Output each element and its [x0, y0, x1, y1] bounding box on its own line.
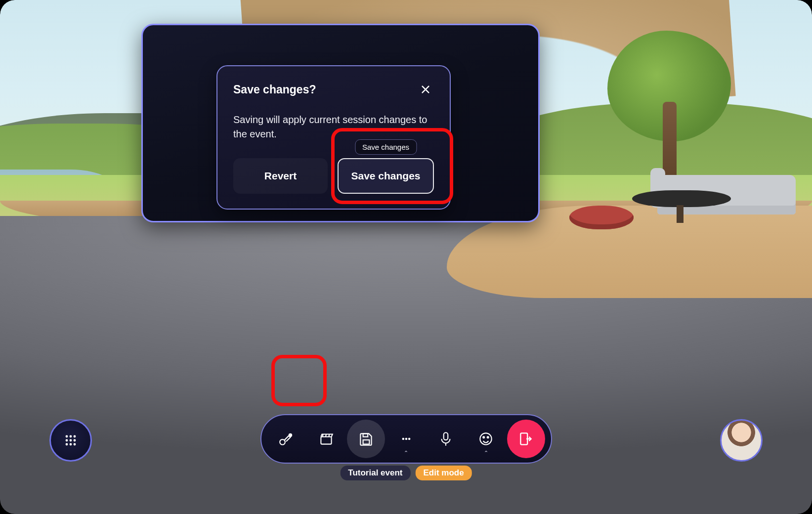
toolbar-scene-button[interactable]: [307, 420, 345, 458]
save-changes-dialog: Save changes? Saving will apply current …: [216, 65, 451, 210]
more-icon: [399, 432, 413, 446]
event-name-badge: Tutorial event: [340, 466, 410, 480]
emoji-icon: [477, 430, 494, 447]
save-changes-button[interactable]: Save changes Save changes: [338, 158, 434, 194]
svg-point-16: [70, 435, 72, 438]
svg-point-20: [74, 439, 76, 442]
toolbar-customize-button[interactable]: [267, 420, 305, 458]
svg-point-3: [289, 434, 292, 436]
revert-button[interactable]: Revert: [233, 158, 328, 194]
svg-point-13: [487, 436, 489, 438]
svg-point-22: [70, 443, 72, 446]
dialog-body: Saving will apply current session change…: [233, 113, 434, 141]
dialog-title: Save changes?: [233, 83, 316, 96]
toolbar-save-button[interactable]: [347, 420, 385, 458]
edit-mode-badge: Edit mode: [416, 466, 472, 480]
svg-point-9: [408, 438, 410, 440]
svg-point-12: [483, 436, 484, 438]
svg-point-21: [66, 443, 68, 446]
toolbar-more-button[interactable]: ⌃: [387, 420, 425, 458]
svg-rect-4: [321, 437, 331, 444]
toolbar-mic-button[interactable]: [427, 420, 465, 458]
toolbar-leave-button[interactable]: [507, 420, 545, 458]
svg-point-2: [280, 439, 285, 445]
svg-point-17: [74, 435, 76, 438]
save-icon: [358, 430, 375, 447]
grid-icon: [63, 432, 79, 448]
svg-point-18: [66, 439, 68, 442]
menu-launcher-button[interactable]: [49, 419, 92, 462]
save-changes-tooltip: Save changes: [355, 139, 417, 155]
svg-rect-6: [363, 440, 369, 444]
svg-rect-10: [444, 432, 448, 440]
close-icon: [420, 84, 431, 95]
svg-rect-5: [363, 433, 368, 436]
status-bar: Tutorial event Edit mode: [340, 466, 471, 480]
save-changes-button-label: Save changes: [351, 170, 420, 182]
chevron-up-icon: ⌃: [404, 450, 408, 456]
svg-point-23: [74, 443, 76, 446]
svg-point-15: [66, 435, 68, 438]
user-avatar-button[interactable]: [720, 419, 763, 462]
clapperboard-icon: [318, 430, 335, 447]
dialog-close-button[interactable]: [417, 81, 434, 98]
chevron-up-icon: ⌃: [484, 450, 488, 456]
toolbar-react-button[interactable]: ⌃: [467, 420, 505, 458]
svg-point-8: [405, 438, 407, 440]
bottom-toolbar: ⌃ ⌃: [260, 414, 552, 464]
microphone-icon: [437, 430, 454, 447]
svg-point-19: [70, 439, 72, 442]
svg-point-7: [402, 438, 404, 440]
customize-icon: [278, 430, 295, 447]
leave-icon: [517, 430, 534, 447]
app-stage: Save changes? Saving will apply current …: [0, 0, 812, 514]
